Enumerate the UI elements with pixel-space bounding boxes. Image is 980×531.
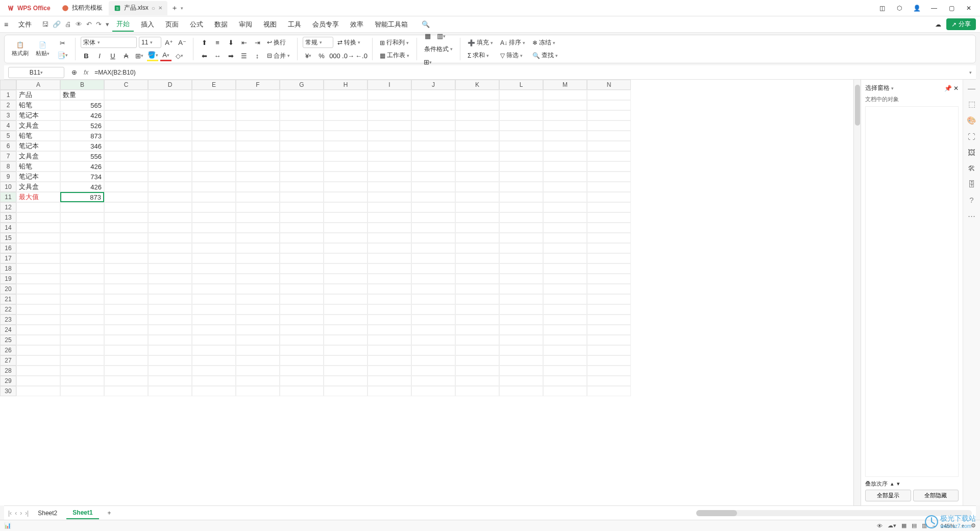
cell[interactable]	[236, 243, 280, 253]
cell[interactable]	[192, 335, 236, 345]
cell[interactable]	[411, 223, 455, 233]
cell[interactable]	[499, 141, 543, 151]
cell[interactable]	[411, 335, 455, 345]
cell[interactable]	[411, 100, 455, 110]
cell[interactable]	[236, 304, 280, 315]
cell[interactable]	[324, 355, 368, 366]
cell[interactable]: 873	[60, 192, 104, 202]
row-header[interactable]: 17	[0, 253, 16, 263]
cell[interactable]	[499, 151, 543, 161]
cell[interactable]	[368, 325, 411, 335]
cell[interactable]	[280, 223, 324, 233]
cell[interactable]	[236, 386, 280, 396]
cell[interactable]	[411, 274, 455, 284]
wrap-button[interactable]: ↩换行	[265, 37, 288, 48]
close-icon[interactable]: ✕	[158, 5, 162, 11]
qat-dropdown-icon[interactable]: ▾	[106, 20, 109, 28]
column-header[interactable]: K	[455, 80, 499, 90]
cell[interactable]	[60, 284, 104, 294]
cell[interactable]	[587, 131, 631, 141]
cell[interactable]	[60, 202, 104, 212]
cell[interactable]	[60, 294, 104, 304]
cell[interactable]	[192, 284, 236, 294]
cell[interactable]	[499, 325, 543, 335]
row-header[interactable]: 16	[0, 243, 16, 253]
cell[interactable]	[324, 304, 368, 315]
cell[interactable]	[60, 212, 104, 223]
cell[interactable]	[543, 212, 587, 223]
sheet-tab-active[interactable]: Sheet1	[66, 507, 99, 519]
cell[interactable]	[192, 223, 236, 233]
row-header[interactable]: 10	[0, 182, 16, 192]
cell[interactable]	[587, 161, 631, 172]
copy-icon[interactable]: 📑▾	[57, 50, 68, 61]
row-header[interactable]: 24	[0, 325, 16, 335]
cell[interactable]	[499, 253, 543, 263]
row-header[interactable]: 26	[0, 345, 16, 355]
cell[interactable]	[192, 243, 236, 253]
cell[interactable]	[587, 90, 631, 100]
more-icon[interactable]: ⋯	[968, 211, 975, 221]
cell[interactable]	[499, 223, 543, 233]
cell[interactable]: 文具盒	[16, 151, 60, 161]
cell[interactable]	[455, 335, 499, 345]
cell[interactable]	[16, 212, 60, 223]
cell[interactable]	[543, 202, 587, 212]
cell[interactable]	[499, 355, 543, 366]
cell[interactable]	[104, 192, 148, 202]
cell[interactable]	[104, 223, 148, 233]
cell[interactable]	[587, 182, 631, 192]
cell[interactable]	[192, 110, 236, 120]
cell[interactable]	[411, 243, 455, 253]
collapse-rail-icon[interactable]: —	[968, 84, 975, 92]
row-header[interactable]: 2	[0, 100, 16, 110]
strike-icon[interactable]: A	[120, 50, 132, 61]
paste-group[interactable]: 📄 粘贴▾	[34, 41, 52, 57]
cell[interactable]	[368, 120, 411, 131]
menu-insert[interactable]: 插入	[137, 18, 158, 31]
cell[interactable]	[324, 131, 368, 141]
cell[interactable]	[192, 151, 236, 161]
underline-icon[interactable]: U	[107, 50, 118, 61]
row-header[interactable]: 27	[0, 355, 16, 366]
column-header[interactable]: C	[104, 80, 148, 90]
cell[interactable]	[368, 90, 411, 100]
cell[interactable]	[104, 161, 148, 172]
sheet-first-icon[interactable]: |‹	[8, 510, 12, 517]
cell[interactable]	[280, 192, 324, 202]
cell[interactable]	[280, 141, 324, 151]
cell[interactable]	[280, 345, 324, 355]
cell[interactable]	[236, 263, 280, 274]
cell[interactable]	[368, 355, 411, 366]
cell[interactable]	[324, 325, 368, 335]
cell[interactable]	[587, 223, 631, 233]
cell[interactable]	[236, 366, 280, 376]
function-wizard-icon[interactable]: ⊕	[68, 67, 80, 78]
cell[interactable]	[411, 253, 455, 263]
align-justify-icon[interactable]: ☰	[238, 50, 250, 61]
cell[interactable]	[499, 315, 543, 325]
cell[interactable]	[543, 243, 587, 253]
formula-input[interactable]: =MAX(B2:B10)	[92, 68, 965, 77]
cell[interactable]	[368, 366, 411, 376]
cell[interactable]	[104, 294, 148, 304]
cell[interactable]	[60, 253, 104, 263]
cell[interactable]	[104, 90, 148, 100]
cell[interactable]	[455, 294, 499, 304]
cell[interactable]	[411, 345, 455, 355]
column-header[interactable]: J	[411, 80, 455, 90]
cell[interactable]	[324, 284, 368, 294]
cell[interactable]	[455, 151, 499, 161]
cell[interactable]	[192, 386, 236, 396]
cell[interactable]	[236, 120, 280, 131]
increase-font-icon[interactable]: A⁺	[163, 37, 175, 48]
cell[interactable]	[148, 366, 192, 376]
tools-icon[interactable]: 🛠	[968, 164, 975, 173]
cell[interactable]	[280, 325, 324, 335]
style-icon[interactable]: 🎨	[967, 116, 976, 125]
cell[interactable]: 铅笔	[16, 131, 60, 141]
cell[interactable]	[543, 233, 587, 243]
cell[interactable]	[368, 304, 411, 315]
cell[interactable]	[543, 131, 587, 141]
cell[interactable]	[148, 233, 192, 243]
